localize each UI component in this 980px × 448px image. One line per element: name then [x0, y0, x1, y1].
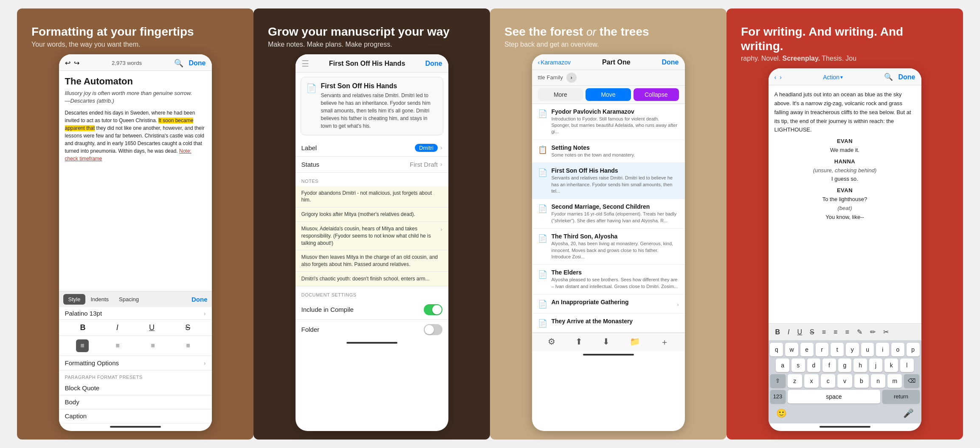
label-chevron: ›	[440, 144, 442, 151]
key-s[interactable]: s	[791, 358, 805, 372]
include-compile-row[interactable]: Include in Compile	[296, 300, 448, 320]
folder-toggle[interactable]	[424, 324, 442, 335]
preset-caption[interactable]: Caption	[59, 409, 212, 423]
key-e[interactable]: e	[800, 343, 814, 356]
screen2-done-button[interactable]: Done	[425, 60, 442, 67]
action-menu[interactable]: Action ▾	[823, 74, 843, 81]
toolbar-done-button[interactable]: Done	[191, 296, 208, 303]
key-y[interactable]: y	[846, 343, 859, 356]
tab-indents[interactable]: Indents	[85, 294, 114, 305]
screen4-headline: For writing. And writing. And writing.	[731, 17, 959, 55]
status-field[interactable]: Status First Draft ›	[296, 157, 448, 173]
key-u[interactable]: u	[861, 343, 874, 356]
key-x[interactable]: x	[804, 374, 819, 388]
italic-button[interactable]: I	[116, 323, 118, 332]
menu-icon[interactable]: ☰	[301, 59, 309, 69]
redo-icon[interactable]: ↪	[74, 59, 79, 67]
item-content-inappropriate: An Inappropriate Gathering	[552, 299, 673, 306]
key-m[interactable]: m	[887, 374, 902, 388]
key-space[interactable]: space	[788, 390, 881, 403]
folder-row[interactable]: Folder	[296, 320, 448, 339]
strikethrough-button[interactable]: S	[185, 323, 190, 332]
bold-button[interactable]: B	[80, 323, 86, 332]
keyboard: q w e r t y u i o p a s d f g h	[769, 340, 921, 423]
evan-dialogue-2: EVAN To the lighthouse? (beat) You know,…	[774, 186, 915, 221]
move-button[interactable]: Move	[586, 88, 631, 101]
fmt-edit2[interactable]: ✏	[867, 326, 878, 338]
key-z[interactable]: z	[788, 374, 802, 388]
key-l[interactable]: l	[900, 358, 914, 372]
note-2: Grigory looks after Mitya (mother's rela…	[296, 207, 448, 222]
key-c[interactable]: c	[821, 374, 835, 388]
tab-spacing[interactable]: Spacing	[114, 294, 144, 305]
fmt-align-right[interactable]: ≡	[842, 327, 851, 338]
underline-button[interactable]: U	[149, 323, 155, 332]
add-folder-icon[interactable]: 📁	[630, 336, 640, 348]
undo-icon[interactable]: ↩	[65, 59, 70, 67]
include-compile-toggle[interactable]	[424, 304, 442, 315]
key-shift[interactable]: ⇧	[770, 374, 786, 388]
key-r[interactable]: r	[816, 343, 829, 356]
preset-block-quote[interactable]: Block Quote	[59, 381, 212, 395]
key-t[interactable]: t	[831, 343, 844, 356]
key-n[interactable]: n	[871, 374, 885, 388]
fmt-underline[interactable]: U	[795, 327, 805, 338]
key-123[interactable]: 123	[770, 390, 786, 403]
key-i[interactable]: i	[876, 343, 889, 356]
fmt-strike[interactable]: S	[807, 327, 817, 338]
key-o[interactable]: o	[891, 343, 904, 356]
tab-style[interactable]: Style	[63, 294, 86, 305]
key-b[interactable]: b	[854, 374, 869, 388]
key-v[interactable]: v	[837, 374, 852, 388]
fmt-edit3[interactable]: ✂	[881, 326, 891, 338]
collapse-button[interactable]: Collapse	[634, 88, 679, 101]
forward-icon[interactable]: ›	[566, 73, 577, 83]
key-j[interactable]: j	[869, 358, 883, 372]
forward-nav-icon[interactable]: ›	[780, 74, 782, 81]
key-delete[interactable]: ⌫	[904, 374, 919, 388]
settings-icon[interactable]: ⚙	[548, 336, 555, 348]
action-button[interactable]: Action	[823, 74, 839, 81]
screen2-nav: ☰ First Son Off His Hands Done	[296, 54, 448, 73]
key-w[interactable]: w	[785, 343, 798, 356]
back-nav-icon[interactable]: ‹	[774, 74, 777, 81]
more-button[interactable]: More	[538, 88, 583, 101]
key-h[interactable]: h	[853, 358, 867, 372]
fmt-bold[interactable]: B	[773, 327, 783, 338]
preset-body[interactable]: Body	[59, 395, 212, 409]
fmt-edit1[interactable]: ✎	[854, 326, 865, 338]
add-icon[interactable]: ＋	[660, 336, 669, 348]
evan-character: EVAN	[774, 137, 915, 146]
screen3-done-button[interactable]: Done	[662, 59, 679, 66]
emoji-icon[interactable]: 🙂	[776, 408, 787, 418]
key-p[interactable]: p	[907, 343, 920, 356]
fmt-align-center[interactable]: ≡	[831, 327, 840, 338]
back-button[interactable]: ‹ Karamazov	[538, 59, 571, 66]
search-icon[interactable]: 🔍	[174, 59, 183, 68]
align-center-button[interactable]: ≡	[111, 339, 124, 352]
label-field[interactable]: Label Dmitri ›	[296, 140, 448, 157]
screen4-search-icon[interactable]: 🔍	[884, 73, 893, 81]
mic-icon[interactable]: 🎤	[903, 408, 914, 418]
key-a[interactable]: a	[776, 358, 789, 372]
screen4-done-button[interactable]: Done	[898, 73, 915, 81]
align-left-button[interactable]: ≡	[76, 339, 88, 352]
key-q[interactable]: q	[770, 343, 783, 356]
key-k[interactable]: k	[884, 358, 898, 372]
formatting-options-row[interactable]: Formatting Options ›	[59, 356, 212, 370]
download-icon[interactable]: ⬇	[603, 336, 610, 348]
align-justify-button[interactable]: ≡	[182, 339, 194, 352]
key-g[interactable]: g	[838, 358, 852, 372]
align-right-button[interactable]: ≡	[146, 339, 159, 352]
hanna-parenthetical: (unsure, checking behind)	[774, 166, 915, 175]
key-d[interactable]: d	[807, 358, 821, 372]
done-button[interactable]: Done	[189, 59, 206, 67]
key-f[interactable]: f	[822, 358, 836, 372]
font-row[interactable]: Palatino 13pt ›	[59, 307, 212, 320]
fmt-italic[interactable]: I	[785, 327, 792, 338]
share-icon[interactable]: ⬆	[575, 336, 583, 348]
key-return[interactable]: return	[882, 390, 919, 403]
fmt-align-left[interactable]: ≡	[819, 327, 828, 338]
format-bar: B I U S ≡ ≡ ≡ ✎ ✏ ✂	[769, 323, 921, 340]
screen2-phone: ☰ First Son Off His Hands Done 📄 First S…	[296, 54, 448, 431]
